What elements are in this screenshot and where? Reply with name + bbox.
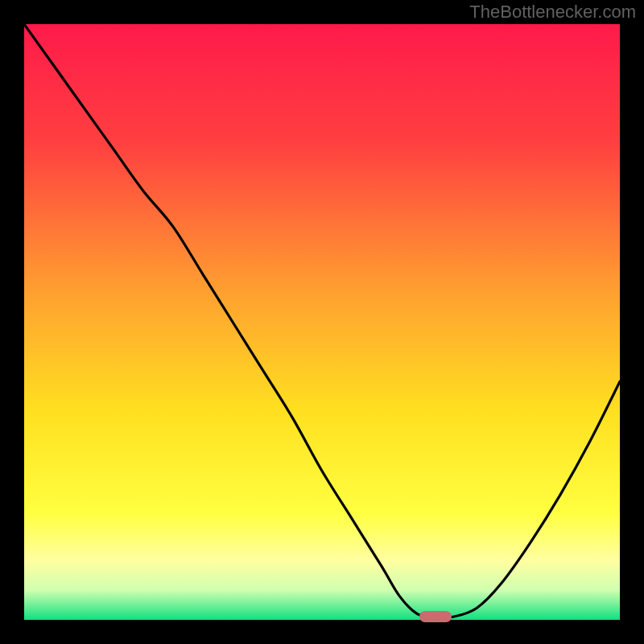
- plot-area: [24, 24, 620, 620]
- optimal-marker: [419, 611, 452, 622]
- watermark-text: TheBottlenecker.com: [469, 2, 636, 23]
- chart-container: TheBottlenecker.com: [0, 0, 644, 644]
- curve-overlay: [24, 24, 620, 620]
- bottleneck-curve: [24, 24, 620, 617]
